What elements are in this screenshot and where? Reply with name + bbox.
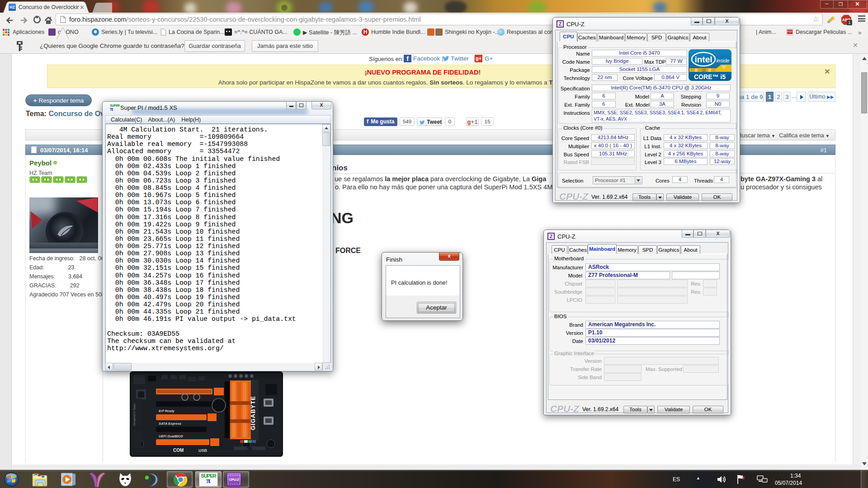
svg-text:Designed in Taipei: Designed in Taipei: [133, 404, 136, 426]
svg-text:GIGABYTE: GIGABYTE: [250, 396, 256, 430]
svg-text:intel: intel: [694, 55, 712, 64]
svg-text:UEFI DualBIOS: UEFI DualBIOS: [159, 434, 183, 438]
svg-text:inside: inside: [717, 58, 730, 63]
svg-text:SATA Express: SATA Express: [159, 422, 181, 426]
svg-text:CORE™ i5: CORE™ i5: [694, 73, 726, 80]
svg-text:COM: COM: [173, 448, 184, 453]
svg-text:USB: USB: [198, 448, 208, 453]
svg-text:ErP Ready: ErP Ready: [159, 409, 175, 413]
